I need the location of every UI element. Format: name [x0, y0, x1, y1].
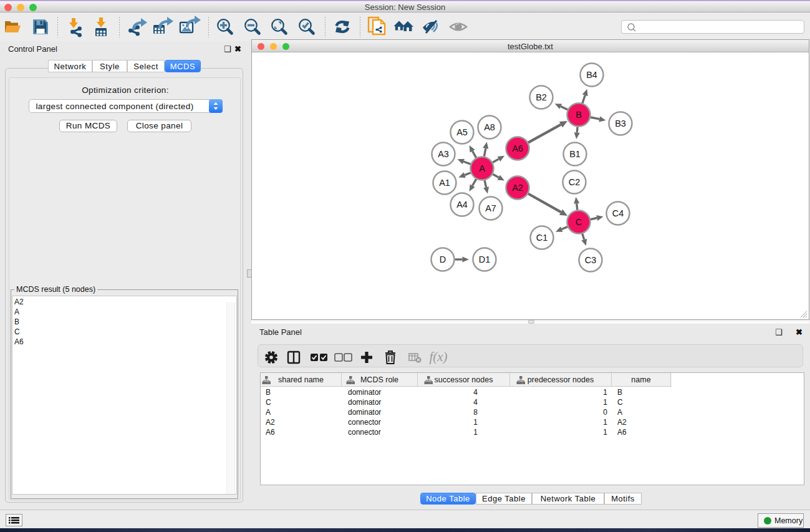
svg-text:B3: B3 — [615, 118, 626, 128]
svg-text:C3: C3 — [585, 255, 597, 265]
svg-text:C1: C1 — [536, 233, 548, 243]
svg-text:f(x): f(x) — [429, 349, 447, 364]
svg-text:C4: C4 — [612, 208, 624, 218]
svg-text:B4: B4 — [586, 70, 597, 80]
svg-text:A4: A4 — [456, 200, 468, 210]
svg-text:A8: A8 — [484, 122, 495, 132]
svg-text:B1: B1 — [569, 149, 581, 159]
svg-text:A6: A6 — [512, 143, 523, 153]
svg-text:B: B — [576, 110, 582, 120]
svg-text:C2: C2 — [569, 177, 581, 187]
svg-text:C: C — [576, 217, 582, 227]
svg-text:B2: B2 — [536, 92, 547, 102]
svg-text:A7: A7 — [485, 203, 496, 213]
svg-text:A: A — [479, 163, 485, 173]
svg-text:A2: A2 — [512, 183, 523, 193]
svg-text:A1: A1 — [439, 178, 450, 188]
svg-text:D: D — [440, 254, 446, 264]
svg-text:A5: A5 — [456, 127, 468, 137]
svg-text:A3: A3 — [438, 149, 449, 159]
svg-text:D1: D1 — [479, 254, 491, 264]
